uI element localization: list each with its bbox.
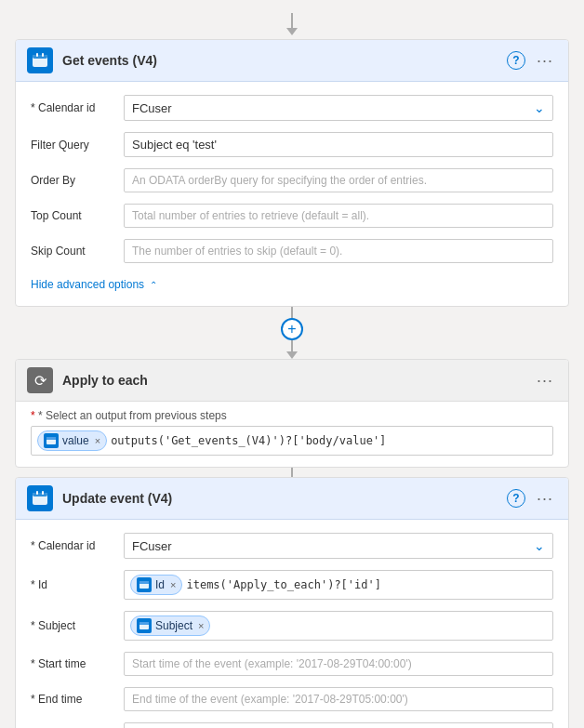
- plus-line-bottom: [291, 340, 293, 351]
- hide-advanced-toggle[interactable]: Hide advanced options ⌃: [31, 274, 553, 295]
- update-calendar-id-label: * Calendar id: [31, 539, 124, 552]
- hide-advanced-label: Hide advanced options: [31, 278, 144, 291]
- update-time-zone-dropdown[interactable]: (UTC+08:00) Beijing, Chongqing, Hong Kon…: [124, 722, 553, 728]
- order-by-input-area: An ODATA orderBy query for specifying th…: [124, 168, 553, 192]
- skip-count-input-area: The number of entries to skip (default =…: [124, 239, 553, 263]
- update-start-time-input[interactable]: Start time of the event (example: '2017-…: [124, 652, 553, 676]
- update-end-time-row: * End time End time of the event (exampl…: [31, 682, 553, 717]
- skip-count-row: Skip Count The number of entries to skip…: [31, 233, 553, 269]
- apply-to-each-title: Apply to each: [62, 373, 524, 388]
- filter-query-input-area: Subject eq 'test': [124, 132, 553, 157]
- update-subject-input-area: Subject ×: [124, 611, 553, 641]
- update-event-body: * Calendar id FCuser ⌄ * Id: [16, 520, 568, 728]
- update-subject-token-input[interactable]: Subject ×: [124, 611, 553, 641]
- update-end-time-label: * End time: [31, 693, 124, 706]
- update-event-more-button[interactable]: ···: [533, 487, 557, 510]
- subject-token-close[interactable]: ×: [198, 620, 204, 631]
- update-subject-label: * Subject: [31, 619, 124, 632]
- update-event-card: Update event (V4) ? ··· * Calendar id FC…: [15, 477, 569, 728]
- top-count-input-area: Total number of entries to retrieve (def…: [124, 204, 553, 228]
- plus-connector: +: [281, 307, 303, 359]
- apply-to-each-icon: ⟳: [27, 367, 53, 393]
- update-subject-row: * Subject Subject ×: [31, 605, 553, 646]
- subject-token: Subject ×: [130, 615, 210, 636]
- subject-token-icon: [137, 618, 152, 633]
- filter-query-label: Filter Query: [31, 139, 124, 152]
- value-token-close[interactable]: ×: [95, 435, 100, 446]
- order-by-row: Order By An ODATA orderBy query for spec…: [31, 163, 553, 198]
- svg-rect-7: [33, 493, 47, 496]
- update-start-time-input-area: Start time of the event (example: '2017-…: [124, 652, 553, 676]
- update-time-zone-input-area: (UTC+08:00) Beijing, Chongqing, Hong Kon…: [124, 722, 553, 728]
- apply-token-input[interactable]: value × outputs('Get_events_(V4)')?['bod…: [31, 426, 553, 456]
- update-event-help-button[interactable]: ?: [507, 489, 525, 508]
- calendar-id-dropdown[interactable]: FCuser ⌄: [124, 95, 553, 121]
- update-calendar-id-chevron: ⌄: [534, 538, 545, 553]
- get-events-header: Get events (V4) ? ···: [16, 40, 568, 82]
- top-count-row: Top Count Total number of entries to ret…: [31, 198, 553, 233]
- id-token-close[interactable]: ×: [170, 579, 176, 590]
- plus-line-top: [291, 307, 293, 318]
- update-id-label: * Id: [31, 578, 124, 591]
- update-calendar-id-input-area: FCuser ⌄: [124, 533, 553, 559]
- get-events-card: Get events (V4) ? ··· * Calendar id FCus…: [15, 39, 569, 307]
- update-event-title: Update event (V4): [62, 491, 498, 506]
- apply-to-each-more-button[interactable]: ···: [533, 369, 557, 392]
- filter-query-input[interactable]: Subject eq 'test': [124, 132, 553, 157]
- skip-count-label: Skip Count: [31, 245, 124, 258]
- calendar-id-input-area: FCuser ⌄: [124, 95, 553, 121]
- update-start-time-label: * Start time: [31, 657, 124, 670]
- order-by-label: Order By: [31, 174, 124, 187]
- update-calendar-id-dropdown[interactable]: FCuser ⌄: [124, 533, 553, 559]
- svg-rect-11: [139, 581, 149, 584]
- get-events-help-button[interactable]: ?: [507, 51, 525, 70]
- get-events-app-icon: [27, 47, 53, 73]
- update-end-time-input[interactable]: End time of the event (example: '2017-08…: [124, 687, 553, 711]
- svg-rect-13: [139, 622, 149, 625]
- update-event-actions: ? ···: [507, 487, 557, 510]
- calendar-id-label: * Calendar id: [31, 101, 124, 114]
- get-events-title: Get events (V4): [62, 53, 498, 68]
- apply-expression: outputs('Get_events_(V4)')?['body/value'…: [111, 434, 386, 447]
- update-event-app-icon: [27, 485, 53, 511]
- svg-rect-9: [42, 491, 44, 495]
- id-token-label: Id: [155, 578, 165, 591]
- id-expression: items('Apply_to_each')?['id']: [186, 578, 381, 591]
- update-calendar-id-row: * Calendar id FCuser ⌄: [31, 527, 553, 564]
- value-token-label: value: [62, 434, 89, 447]
- svg-rect-5: [46, 437, 56, 440]
- top-count-input[interactable]: Total number of entries to retrieve (def…: [124, 204, 553, 228]
- get-events-body: * Calendar id FCuser ⌄ Filter Query Subj…: [16, 82, 568, 306]
- get-events-actions: ? ···: [507, 49, 557, 73]
- id-token-icon: [137, 577, 152, 592]
- apply-to-each-actions: ···: [533, 369, 557, 392]
- update-id-row: * Id Id ×: [31, 564, 553, 605]
- filter-query-row: Filter Query Subject eq 'test': [31, 126, 553, 163]
- update-time-zone-row: * Time zone (UTC+08:00) Beijing, Chongqi…: [31, 717, 553, 728]
- value-token-icon: [44, 433, 59, 448]
- middle-connector: [291, 468, 293, 477]
- apply-select-label: * * Select an output from previous steps: [31, 409, 553, 422]
- update-event-header: Update event (V4) ? ···: [16, 478, 568, 520]
- id-token: Id ×: [130, 575, 182, 595]
- update-end-time-input-area: End time of the event (example: '2017-08…: [124, 687, 553, 711]
- value-token: value ×: [37, 430, 107, 451]
- update-id-token-input[interactable]: Id × items('Apply_to_each')?['id']: [124, 570, 553, 600]
- top-count-label: Top Count: [31, 209, 124, 222]
- plus-arrow-bottom: [286, 351, 298, 359]
- order-by-input[interactable]: An ODATA orderBy query for specifying th…: [124, 168, 553, 192]
- update-start-time-row: * Start time Start time of the event (ex…: [31, 646, 553, 682]
- plus-button[interactable]: +: [281, 318, 303, 340]
- get-events-more-button[interactable]: ···: [533, 49, 557, 73]
- calendar-id-chevron: ⌄: [534, 100, 545, 115]
- svg-rect-2: [36, 53, 38, 57]
- subject-token-label: Subject: [155, 619, 192, 632]
- top-connector: [286, 13, 298, 35]
- update-id-input-area: Id × items('Apply_to_each')?['id']: [124, 570, 553, 600]
- svg-rect-1: [33, 55, 47, 59]
- apply-to-each-header: ⟳ Apply to each ···: [16, 360, 568, 402]
- skip-count-input[interactable]: The number of entries to skip (default =…: [124, 239, 553, 263]
- apply-to-each-body: * * Select an output from previous steps…: [16, 402, 568, 467]
- svg-rect-8: [36, 491, 38, 495]
- svg-rect-3: [42, 53, 44, 57]
